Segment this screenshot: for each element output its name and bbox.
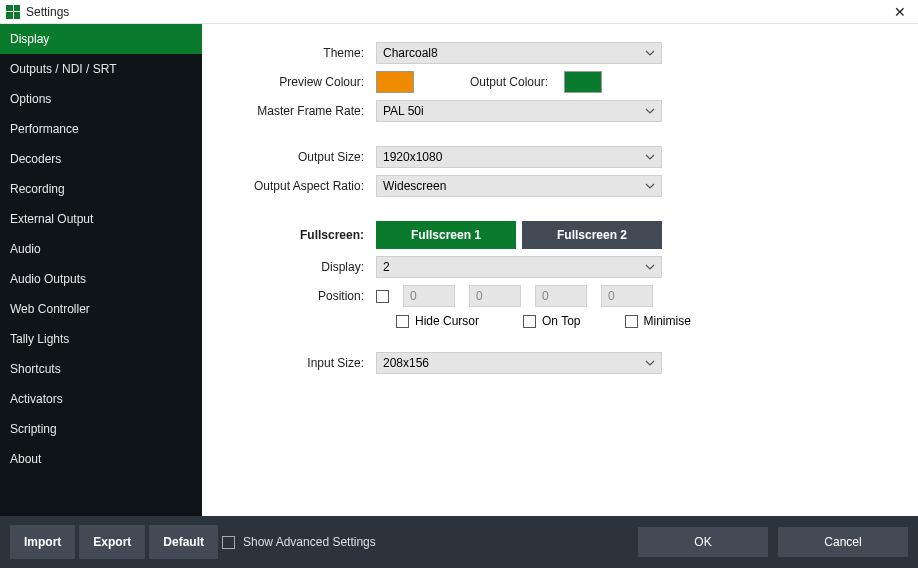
sidebar-item-audio-outputs[interactable]: Audio Outputs	[0, 264, 202, 294]
sidebar-item-tally-lights[interactable]: Tally Lights	[0, 324, 202, 354]
display-label: Display:	[226, 260, 376, 274]
theme-value: Charcoal8	[383, 46, 438, 60]
theme-label: Theme:	[226, 46, 376, 60]
footer: Import Export Default Show Advanced Sett…	[0, 516, 918, 568]
sidebar-item-options[interactable]: Options	[0, 84, 202, 114]
app-logo-icon	[6, 5, 20, 19]
show-advanced-checkbox[interactable]: Show Advanced Settings	[222, 535, 376, 549]
titlebar: Settings ✕	[0, 0, 918, 24]
output-aspect-select[interactable]: Widescreen	[376, 175, 662, 197]
master-frame-rate-select[interactable]: PAL 50i	[376, 100, 662, 122]
theme-select[interactable]: Charcoal8	[376, 42, 662, 64]
master-frame-rate-value: PAL 50i	[383, 104, 424, 118]
sidebar-item-scripting[interactable]: Scripting	[0, 414, 202, 444]
sidebar-item-about[interactable]: About	[0, 444, 202, 474]
chevron-down-icon	[645, 262, 655, 272]
preview-colour-label: Preview Colour:	[226, 75, 376, 89]
sidebar: DisplayOutputs / NDI / SRTOptionsPerform…	[0, 24, 202, 516]
chevron-down-icon	[645, 181, 655, 191]
position-label: Position:	[226, 289, 376, 303]
sidebar-item-web-controller[interactable]: Web Controller	[0, 294, 202, 324]
sidebar-item-display[interactable]: Display	[0, 24, 202, 54]
output-size-value: 1920x1080	[383, 150, 442, 164]
position-x-input[interactable]: 0	[403, 285, 455, 307]
default-button[interactable]: Default	[149, 525, 218, 559]
cancel-button[interactable]: Cancel	[778, 527, 908, 557]
import-button[interactable]: Import	[10, 525, 75, 559]
output-aspect-value: Widescreen	[383, 179, 446, 193]
minimise-checkbox[interactable]: Minimise	[625, 314, 691, 328]
checkbox-icon	[523, 315, 536, 328]
close-icon[interactable]: ✕	[888, 4, 912, 20]
display-select[interactable]: 2	[376, 256, 662, 278]
sidebar-item-recording[interactable]: Recording	[0, 174, 202, 204]
chevron-down-icon	[645, 106, 655, 116]
output-size-select[interactable]: 1920x1080	[376, 146, 662, 168]
sidebar-item-outputs-ndi-srt[interactable]: Outputs / NDI / SRT	[0, 54, 202, 84]
output-size-label: Output Size:	[226, 150, 376, 164]
checkbox-icon	[625, 315, 638, 328]
hide-cursor-checkbox[interactable]: Hide Cursor	[396, 314, 479, 328]
position-w-input[interactable]: 0	[535, 285, 587, 307]
chevron-down-icon	[645, 152, 655, 162]
on-top-checkbox[interactable]: On Top	[523, 314, 580, 328]
window-title: Settings	[26, 5, 69, 19]
sidebar-item-activators[interactable]: Activators	[0, 384, 202, 414]
checkbox-icon	[222, 536, 235, 549]
output-colour-label: Output Colour:	[470, 75, 548, 89]
sidebar-item-external-output[interactable]: External Output	[0, 204, 202, 234]
export-button[interactable]: Export	[79, 525, 145, 559]
fullscreen-1-button[interactable]: Fullscreen 1	[376, 221, 516, 249]
output-colour-swatch[interactable]	[564, 71, 602, 93]
input-size-label: Input Size:	[226, 356, 376, 370]
input-size-select[interactable]: 208x156	[376, 352, 662, 374]
settings-panel: Theme: Charcoal8 Preview Colour: Output …	[202, 24, 918, 516]
master-frame-rate-label: Master Frame Rate:	[226, 104, 376, 118]
ok-button[interactable]: OK	[638, 527, 768, 557]
sidebar-item-performance[interactable]: Performance	[0, 114, 202, 144]
chevron-down-icon	[645, 358, 655, 368]
fullscreen-2-button[interactable]: Fullscreen 2	[522, 221, 662, 249]
sidebar-item-audio[interactable]: Audio	[0, 234, 202, 264]
chevron-down-icon	[645, 48, 655, 58]
sidebar-item-decoders[interactable]: Decoders	[0, 144, 202, 174]
input-size-value: 208x156	[383, 356, 429, 370]
display-value: 2	[383, 260, 390, 274]
sidebar-item-shortcuts[interactable]: Shortcuts	[0, 354, 202, 384]
position-h-input[interactable]: 0	[601, 285, 653, 307]
preview-colour-swatch[interactable]	[376, 71, 414, 93]
checkbox-icon	[396, 315, 409, 328]
position-y-input[interactable]: 0	[469, 285, 521, 307]
output-aspect-label: Output Aspect Ratio:	[226, 179, 376, 193]
fullscreen-label: Fullscreen:	[226, 228, 376, 242]
position-enable-checkbox[interactable]	[376, 290, 389, 303]
